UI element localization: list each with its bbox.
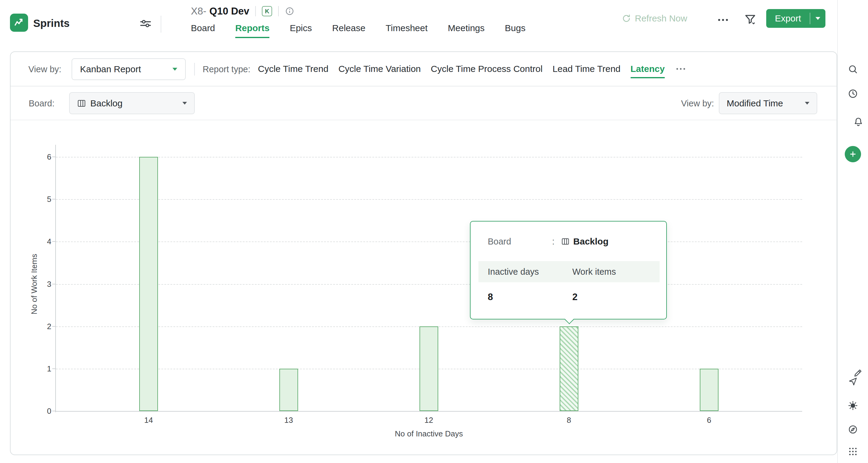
time-view-dropdown[interactable]: Modified Time	[719, 92, 817, 114]
notifications-bell-icon[interactable]: 2	[853, 116, 868, 127]
tab-release[interactable]: Release	[332, 23, 366, 38]
y-tick-label: 2	[27, 322, 51, 331]
tab-meetings[interactable]: Meetings	[448, 23, 485, 38]
more-menu-icon[interactable]	[716, 13, 730, 27]
info-icon[interactable]	[285, 6, 294, 16]
refresh-icon	[622, 13, 631, 23]
header-divider	[161, 16, 161, 33]
bar-12[interactable]	[420, 326, 438, 411]
project-prefix: X8-	[191, 5, 206, 17]
view-by-label: View by:	[28, 64, 61, 74]
recent-activity-icon[interactable]	[847, 88, 858, 99]
y-tick-mark	[52, 199, 56, 200]
x-tick-label: 8	[566, 415, 571, 425]
y-tick-label: 1	[27, 364, 51, 373]
board-dropdown[interactable]: Backlog	[69, 92, 195, 114]
report-view-value: Kanban Report	[80, 64, 173, 74]
report-view-dropdown[interactable]: Kanban Report	[71, 58, 186, 80]
export-button[interactable]: Export	[766, 9, 826, 28]
app-name: Sprints	[33, 17, 70, 29]
guide-icon[interactable]	[848, 376, 858, 386]
tooltip-board-label: Board	[488, 237, 552, 247]
chevron-down-icon	[815, 17, 820, 20]
gridline	[56, 199, 802, 200]
board-filter-row: Board: Backlog View by: Modified Time	[10, 86, 837, 120]
explore-compass-icon[interactable]	[848, 424, 858, 435]
kanban-badge: K	[262, 6, 272, 16]
y-tick-label: 0	[27, 406, 51, 416]
add-new-button[interactable]	[845, 146, 861, 162]
x-tick-label: 13	[284, 415, 293, 425]
filter-divider	[194, 63, 195, 76]
y-tick-label: 5	[27, 195, 51, 204]
bar-8[interactable]	[560, 326, 578, 411]
search-icon[interactable]	[847, 64, 858, 75]
chevron-down-icon	[173, 68, 177, 71]
board-icon	[77, 99, 86, 108]
time-view-label: View by:	[681, 98, 714, 109]
tooltip-header-row: Inactive days Work items	[478, 261, 660, 282]
gridline	[56, 241, 802, 242]
report-type-list: Cycle Time Trend Cycle Time Variation Cy…	[258, 52, 687, 86]
customize-view-icon[interactable]	[138, 16, 153, 31]
tab-timesheet[interactable]: Timesheet	[386, 23, 428, 38]
tooltip-separator: :	[552, 237, 555, 247]
y-tick-mark	[52, 241, 56, 242]
report-type-cycle-time-variation[interactable]: Cycle Time Variation	[338, 64, 421, 74]
y-tick-label: 6	[27, 152, 51, 162]
refresh-now-button[interactable]: Refresh Now	[622, 13, 687, 24]
title-divider	[278, 6, 279, 16]
export-dropdown-caret[interactable]	[810, 17, 826, 20]
report-type-lead-time-trend[interactable]: Lead Time Trend	[552, 64, 620, 74]
latency-chart: No of Work Items No of Inactive Days 012…	[10, 120, 837, 456]
tab-board[interactable]: Board	[191, 23, 215, 38]
y-tick-mark	[52, 411, 56, 411]
tooltip-col-inactive-days: Inactive days	[478, 267, 572, 277]
report-type-cycle-time-process-control[interactable]: Cycle Time Process Control	[431, 64, 542, 74]
filter-icon[interactable]	[744, 13, 757, 26]
chevron-down-icon	[182, 102, 187, 105]
tooltip-work-items-value: 2	[572, 292, 578, 302]
bar-14[interactable]	[139, 157, 158, 411]
board-value: Backlog	[90, 98, 178, 109]
project-tabs: Board Reports Epics Release Timesheet Me…	[191, 23, 526, 38]
report-type-latency[interactable]: Latency	[630, 64, 665, 74]
refresh-label: Refresh Now	[635, 13, 687, 24]
project-title-row: X8- Q10 Dev K	[191, 4, 294, 18]
tab-epics[interactable]: Epics	[290, 23, 312, 38]
plus-icon	[845, 146, 861, 162]
gridline	[56, 157, 802, 157]
x-axis-title: No of Inactive Days	[395, 429, 463, 438]
tooltip-board-value: Backlog	[573, 236, 609, 247]
y-tick-mark	[52, 368, 56, 369]
tooltip-inactive-days-value: 8	[488, 292, 572, 302]
apps-grid-icon[interactable]	[848, 446, 858, 457]
y-tick-mark	[52, 156, 56, 157]
y-tick-mark	[52, 326, 56, 327]
report-filter-row: View by: Kanban Report Report type: Cycl…	[10, 52, 837, 86]
x-tick-label: 6	[707, 415, 711, 425]
tab-reports[interactable]: Reports	[235, 23, 270, 38]
project-title: Q10 Dev	[209, 5, 249, 17]
tab-bugs[interactable]: Bugs	[505, 23, 526, 38]
y-tick-label: 4	[27, 237, 51, 246]
plot-area	[56, 157, 802, 412]
chevron-down-icon	[805, 102, 809, 105]
sprints-logo[interactable]	[10, 13, 28, 32]
x-tick-label: 12	[424, 415, 433, 425]
board-icon	[561, 237, 569, 246]
bar-13[interactable]	[279, 369, 298, 411]
x-tick-label: 14	[144, 415, 153, 425]
theme-toggle-icon[interactable]	[848, 400, 858, 411]
y-tick-label: 3	[27, 279, 51, 289]
gridline	[56, 284, 802, 285]
more-report-types-icon[interactable]	[675, 63, 687, 75]
bar-6[interactable]	[700, 369, 718, 411]
sprint-glyph-icon	[13, 17, 25, 28]
right-sidebar: 2	[837, 0, 868, 463]
board-label: Board:	[29, 98, 54, 109]
chart-tooltip: Board : Backlog Inactive days Work items…	[470, 221, 667, 319]
y-tick-mark	[52, 284, 56, 284]
export-label: Export	[766, 13, 810, 24]
report-type-cycle-time-trend[interactable]: Cycle Time Trend	[258, 64, 328, 74]
